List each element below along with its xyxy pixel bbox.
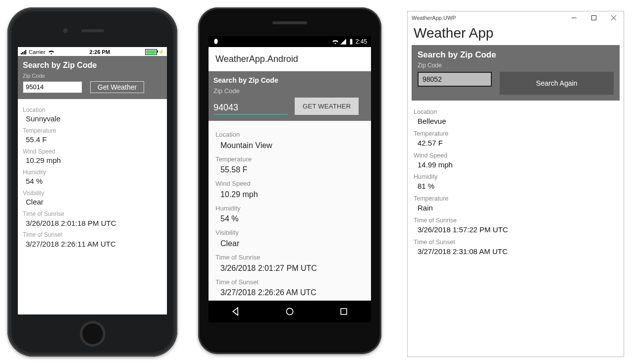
sunset-label: Time of Sunset	[414, 239, 618, 246]
search-title: Search by Zip Code	[23, 61, 162, 70]
android-search-panel: Search by Zip Code Zip Code GET WEATHER	[209, 71, 371, 121]
zip-code-input[interactable]	[213, 102, 288, 115]
wind-speed-label: Wind Speed	[215, 180, 364, 188]
sunset-value: 3/27/2018 2:31:08 AM UTC	[414, 247, 618, 257]
svg-rect-1	[341, 309, 347, 314]
visibility-label: Visibility	[23, 190, 162, 197]
svg-rect-2	[592, 16, 596, 20]
visibility-label: Visibility	[215, 229, 364, 237]
ios-device-frame: Carrier 2:26 PM ⚡ Search by Zip Code Zip…	[7, 7, 177, 357]
home-icon[interactable]	[285, 307, 295, 316]
ios-clock: 2:26 PM	[90, 49, 110, 55]
uwp-app-title: Weather App	[408, 24, 624, 45]
get-weather-button[interactable]: Get Weather	[90, 81, 144, 93]
wind-speed-label: Wind Speed	[414, 152, 618, 159]
zip-code-input[interactable]	[23, 81, 82, 93]
maximize-button[interactable]	[584, 11, 604, 24]
sunset-label: Time of Sunset	[23, 231, 162, 238]
sunrise-label: Time of Sunrise	[215, 254, 364, 261]
sunrise-value: 3/26/2018 2:01:18 PM UTC	[23, 219, 162, 228]
temperature-label: Temperature	[23, 127, 162, 134]
search-again-button[interactable]: Search Again	[500, 72, 614, 95]
ios-home-button[interactable]	[80, 321, 106, 347]
sunrise-label: Time of Sunrise	[23, 210, 162, 217]
back-icon[interactable]	[231, 307, 241, 316]
wifi-icon	[332, 38, 339, 45]
sunrise-value: 3/26/2018 2:01:27 PM UTC	[215, 263, 364, 273]
temperature-label: Temperature	[215, 156, 364, 163]
humidity-label: Humidity	[23, 169, 162, 176]
wind-speed-label: Wind Speed	[23, 148, 162, 155]
recent-icon[interactable]	[339, 307, 349, 316]
cell-signal-icon	[340, 38, 347, 45]
wind-speed-value: 10.29 mph	[215, 190, 364, 200]
visibility-value: Clear	[215, 239, 364, 249]
get-weather-button[interactable]: GET WEATHER	[295, 98, 359, 115]
humidity-label: Humidity	[215, 205, 364, 212]
location-label: Location	[23, 106, 162, 113]
visibility-value: Rain	[414, 204, 618, 213]
minimize-button[interactable]	[564, 11, 584, 24]
temperature-value: 55.58 F	[215, 165, 364, 175]
sunrise-value: 3/26/2018 1:57:22 PM UTC	[414, 225, 618, 235]
sunset-value: 3/27/2018 2:26:26 AM UTC	[215, 288, 364, 298]
uwp-window-title: WeatherApp.UWP	[412, 15, 456, 21]
humidity-value: 54 %	[215, 214, 364, 224]
carrier-label: Carrier	[29, 49, 46, 55]
android-results: Location Mountain View Temperature 55.58…	[209, 121, 371, 303]
android-device-frame: 2:45 WeatherApp.Android Search by Zip Co…	[198, 7, 381, 354]
temperature-label: Temperature	[414, 130, 618, 138]
wind-speed-value: 14.99 mph	[414, 160, 618, 170]
visibility-label: Temperature	[414, 195, 618, 203]
zip-code-input[interactable]	[418, 72, 492, 87]
sunset-value: 3/27/2018 2:26:11 AM UTC	[23, 240, 162, 249]
battery-icon: ⚡	[145, 49, 164, 55]
location-value: Sunnyvale	[23, 114, 162, 124]
close-button[interactable]	[604, 11, 624, 24]
uwp-search-panel: Search by Zip Code Zip Code Search Again	[412, 45, 620, 101]
sunrise-label: Time of Sunrise	[414, 217, 618, 224]
android-app-title: WeatherApp.Android	[209, 47, 371, 71]
zip-code-label: Zip Code	[213, 87, 366, 95]
temperature-value: 55.4 F	[23, 135, 162, 145]
location-value: Bellevue	[414, 117, 618, 126]
zip-code-label: Zip Code	[23, 73, 162, 79]
wind-speed-value: 10.29 mph	[23, 156, 162, 165]
android-screen: 2:45 WeatherApp.Android Search by Zip Co…	[209, 36, 371, 322]
search-title: Search by Zip Code	[213, 76, 366, 84]
humidity-value: 54 %	[23, 177, 162, 186]
humidity-value: 81 %	[414, 182, 618, 191]
location-label: Location	[215, 131, 364, 139]
location-label: Location	[414, 108, 618, 116]
ios-speaker	[81, 29, 104, 32]
battery-icon	[348, 38, 355, 45]
uwp-window: WeatherApp.UWP Weather App Search by Zip…	[407, 11, 624, 357]
location-value: Mountain View	[215, 141, 364, 151]
ios-screen: Carrier 2:26 PM ⚡ Search by Zip Code Zip…	[18, 47, 167, 314]
sunset-label: Time of Sunset	[215, 278, 364, 286]
uwp-results: Location Bellevue Temperature 42.57 F Wi…	[408, 101, 624, 260]
humidity-label: Humidity	[414, 173, 618, 181]
android-speaker	[272, 21, 307, 24]
ios-status-bar: Carrier 2:26 PM ⚡	[18, 47, 167, 56]
svg-point-0	[286, 308, 293, 314]
zip-code-label: Zip Code	[418, 62, 614, 69]
uwp-titlebar: WeatherApp.UWP	[408, 11, 624, 24]
wifi-icon	[48, 50, 54, 54]
android-clock: 2:45	[356, 38, 367, 45]
android-status-bar: 2:45	[209, 36, 371, 47]
temperature-value: 42.57 F	[414, 139, 618, 148]
search-title: Search by Zip Code	[418, 50, 614, 60]
ios-results: Location Sunnyvale Temperature 55.4 F Wi…	[18, 99, 167, 253]
signal-icon	[21, 50, 26, 54]
ios-search-panel: Search by Zip Code Zip Code Get Weather	[18, 56, 167, 99]
debug-icon	[212, 38, 219, 45]
visibility-value: Clear	[23, 198, 162, 207]
ios-camera	[63, 28, 68, 33]
android-nav-bar	[209, 301, 371, 322]
